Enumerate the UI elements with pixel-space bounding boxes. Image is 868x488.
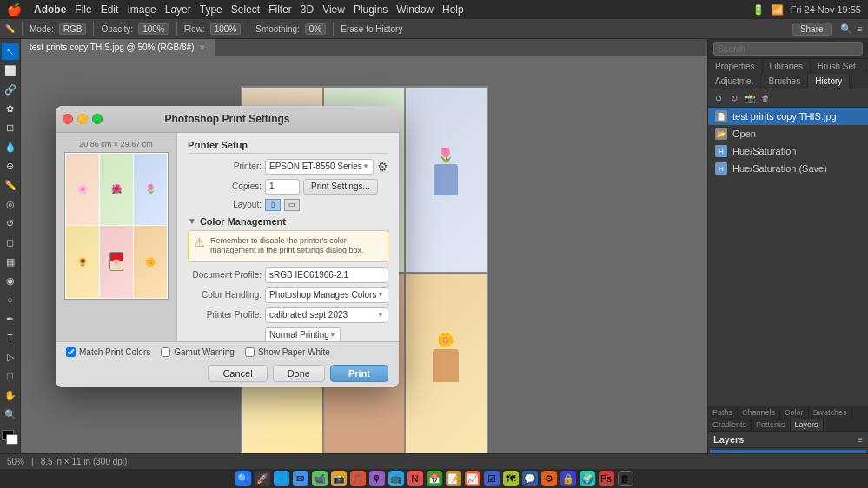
history-item-3[interactable]: H Hue/Saturation (Save) xyxy=(708,160,868,177)
dock-safari-icon[interactable]: 🌐 xyxy=(274,471,289,486)
dock-settings-icon[interactable]: ⚙ xyxy=(541,471,557,486)
history-forward-icon[interactable]: ↻ xyxy=(727,91,741,105)
tab-layers[interactable]: Layers xyxy=(791,419,824,431)
clone-stamp-tool[interactable]: ◎ xyxy=(2,195,19,213)
printer-settings-icon[interactable]: ⚙ xyxy=(377,160,388,174)
dock-netflix-icon[interactable]: N xyxy=(407,471,423,486)
delete-history-icon[interactable]: 🗑 xyxy=(759,91,772,105)
tab-adjustments[interactable]: Adjustme. xyxy=(708,74,761,89)
copies-input[interactable]: 1 xyxy=(265,179,300,195)
menu-view[interactable]: View xyxy=(322,3,345,16)
tab-patterns[interactable]: Patterns xyxy=(752,419,791,431)
marquee-tool[interactable]: ⬜ xyxy=(2,62,19,79)
tab-brush-settings[interactable]: Brush Set. xyxy=(811,59,866,74)
menu-select[interactable]: Select xyxy=(231,3,260,16)
maximize-button[interactable] xyxy=(92,114,103,124)
print-button[interactable]: Print xyxy=(330,365,388,382)
tab-properties[interactable]: Properties xyxy=(708,59,763,74)
tab-brushes[interactable]: Brushes xyxy=(761,74,808,89)
pen-tool[interactable]: ✒ xyxy=(2,310,19,327)
menu-plugins[interactable]: Plugins xyxy=(354,3,388,16)
tab-swatches[interactable]: Swatches xyxy=(809,406,852,419)
portrait-layout-icon[interactable]: ▯ xyxy=(265,199,281,211)
menu-edit[interactable]: Edit xyxy=(101,3,119,16)
minimize-button[interactable] xyxy=(77,114,88,124)
dock-mail-icon[interactable]: ✉ xyxy=(293,471,308,486)
shape-tool[interactable]: □ xyxy=(2,367,19,385)
close-button[interactable] xyxy=(63,114,73,124)
menu-file[interactable]: File xyxy=(75,3,91,16)
gamut-warning-checkbox[interactable] xyxy=(161,347,170,357)
landscape-layout-icon[interactable]: ▭ xyxy=(284,199,300,211)
menu-window[interactable]: Window xyxy=(396,3,434,16)
color-management-header[interactable]: ▼ Color Management xyxy=(188,216,388,227)
history-brush-tool[interactable]: ↺ xyxy=(2,214,19,232)
dock-calendar-icon[interactable]: 📅 xyxy=(427,471,442,486)
dock-photos-icon[interactable]: 📸 xyxy=(331,471,347,486)
path-select-tool[interactable]: ▷ xyxy=(2,348,19,366)
dodge-tool[interactable]: ○ xyxy=(2,291,19,308)
layers-panel-icon[interactable]: ≡ xyxy=(858,23,863,34)
dock-finder-icon[interactable]: 🔍 xyxy=(235,471,251,486)
printer-profile-select[interactable]: calibrated sept 2023 ▼ xyxy=(265,307,388,323)
dock-music-icon[interactable]: 🎵 xyxy=(350,471,366,486)
history-item-2[interactable]: H Hue/Saturation xyxy=(708,142,868,160)
dock-ps-icon[interactable]: Ps xyxy=(599,471,614,486)
cancel-button[interactable]: Cancel xyxy=(208,365,267,382)
menu-3d[interactable]: 3D xyxy=(301,3,314,16)
dock-notes-icon[interactable]: 📝 xyxy=(446,471,461,486)
search-input[interactable] xyxy=(713,42,863,56)
healing-brush-tool[interactable]: ⊕ xyxy=(2,157,19,175)
dock-security-icon[interactable]: 🔒 xyxy=(560,471,576,486)
dock-translate-icon[interactable]: 🌍 xyxy=(580,471,595,486)
tab-libraries[interactable]: Libraries xyxy=(763,59,811,74)
dock-podcasts-icon[interactable]: 🎙 xyxy=(369,471,385,486)
move-tool[interactable]: ↖ xyxy=(2,43,19,60)
hand-tool[interactable]: ✋ xyxy=(2,386,19,404)
menu-layer[interactable]: Layer xyxy=(165,3,191,16)
history-item-1[interactable]: 📂 Open xyxy=(708,125,868,142)
menu-image[interactable]: Image xyxy=(127,3,156,16)
dock-reminders-icon[interactable]: ☑ xyxy=(484,471,500,486)
tab-channels[interactable]: Channels xyxy=(738,406,780,419)
tab-history[interactable]: History xyxy=(808,74,850,89)
crop-tool[interactable]: ⊡ xyxy=(2,119,19,136)
share-button[interactable]: Share xyxy=(792,23,832,36)
color-handling-select[interactable]: Photoshop Manages Colors ▼ xyxy=(265,287,388,303)
done-button[interactable]: Done xyxy=(273,365,325,382)
opacity-value[interactable]: 100% xyxy=(138,23,169,35)
search-icon[interactable]: 🔍 xyxy=(840,23,852,35)
menu-adobe[interactable]: Adobe xyxy=(34,3,66,16)
text-tool[interactable]: T xyxy=(2,329,19,346)
menu-help[interactable]: Help xyxy=(442,3,464,16)
lasso-tool[interactable]: 🔗 xyxy=(2,81,19,98)
tab-paths[interactable]: Paths xyxy=(708,406,738,419)
color-swatch[interactable] xyxy=(2,430,19,445)
zoom-tool[interactable]: 🔍 xyxy=(2,406,19,423)
background-color[interactable] xyxy=(6,434,18,445)
history-item-0[interactable]: 📄 test prints copy THIS.jpg xyxy=(708,108,868,125)
layers-menu-icon[interactable]: ≡ xyxy=(858,435,863,445)
tab-gradients[interactable]: Gradients xyxy=(708,419,752,431)
normal-printing-select[interactable]: Normal Printing ▼ xyxy=(265,327,341,341)
eraser-tool[interactable]: ◻ xyxy=(2,234,19,251)
dock-messages-icon[interactable]: 💬 xyxy=(522,471,538,486)
tab-color[interactable]: Color xyxy=(780,406,809,419)
flow-value[interactable]: 100% xyxy=(210,23,242,35)
dock-tv-icon[interactable]: 📺 xyxy=(388,471,404,486)
smoothing-value[interactable]: 0% xyxy=(305,23,326,35)
history-back-icon[interactable]: ↺ xyxy=(712,91,726,105)
quick-select-tool[interactable]: ✿ xyxy=(2,100,19,117)
dock-stocks-icon[interactable]: 📈 xyxy=(465,471,480,486)
apple-menu[interactable]: 🍎 xyxy=(7,3,22,16)
brush-tool[interactable]: ✏️ xyxy=(2,176,19,194)
dock-facetime-icon[interactable]: 📹 xyxy=(312,471,328,486)
dock-trash-icon[interactable]: 🗑 xyxy=(618,471,633,486)
eyedropper-tool[interactable]: 💧 xyxy=(2,138,19,155)
dock-maps-icon[interactable]: 🗺 xyxy=(503,471,519,486)
show-paper-white-checkbox[interactable] xyxy=(245,347,255,357)
printer-select[interactable]: EPSON ET-8550 Series ▼ xyxy=(265,159,374,175)
blur-tool[interactable]: ◉ xyxy=(2,272,19,289)
gradient-tool[interactable]: ▦ xyxy=(2,253,19,270)
mode-value[interactable]: RGB xyxy=(59,23,87,35)
